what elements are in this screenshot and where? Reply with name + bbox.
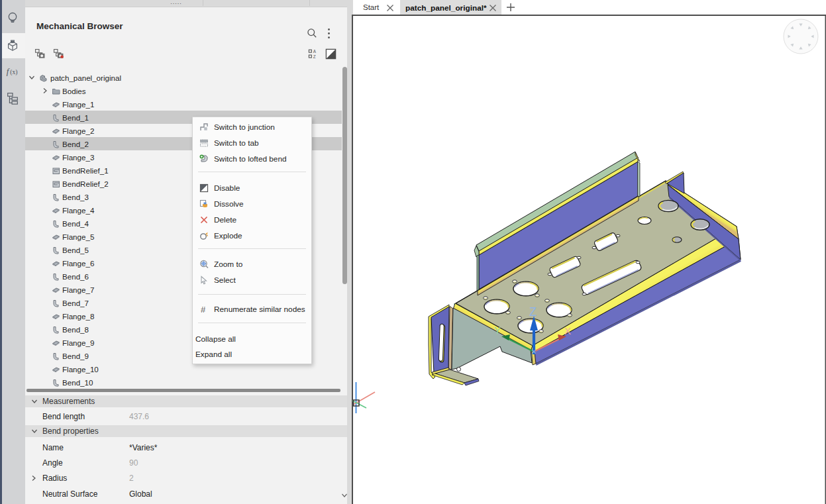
svg-text:Z: Z bbox=[529, 305, 537, 319]
svg-text:X: X bbox=[564, 325, 571, 336]
svg-text:Z: Z bbox=[313, 54, 316, 59]
svg-text:(x): (x) bbox=[10, 68, 17, 76]
svg-text:Y: Y bbox=[494, 325, 501, 336]
svg-text:A: A bbox=[313, 49, 317, 54]
svg-text:#: # bbox=[201, 305, 206, 315]
